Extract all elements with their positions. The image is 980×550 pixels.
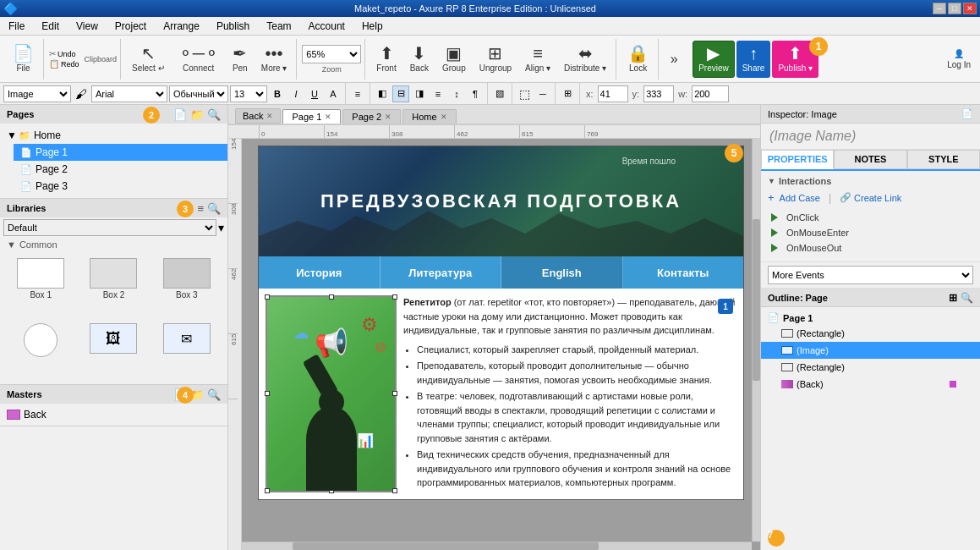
tree-item-page3[interactable]: 📄 Page 3 [14, 178, 227, 195]
widget-circle[interactable] [7, 323, 74, 377]
tree-item-page2[interactable]: 📄 Page 2 [14, 161, 227, 178]
widget-box2[interactable]: Box 2 [79, 258, 147, 318]
tab-page2[interactable]: Page 2 ✕ [342, 109, 401, 124]
menu-edit[interactable]: Edit [36, 19, 64, 34]
scrollbar-h[interactable] [242, 542, 752, 550]
lib-search-icon[interactable]: 🔍 [207, 202, 221, 215]
font-size-select[interactable]: 13 [230, 85, 267, 102]
fill-button[interactable]: ▧ [491, 85, 508, 102]
outline-image[interactable]: (Image) [761, 342, 980, 359]
preview-button[interactable]: ▶ Preview [693, 41, 735, 78]
menu-help[interactable]: Help [357, 19, 388, 34]
font-style-select[interactable]: Обычный [169, 85, 228, 102]
border-button[interactable]: ⬚ [516, 85, 533, 102]
outline-rectangle1[interactable]: (Rectangle) [761, 325, 980, 342]
more-button[interactable]: ••• More ▾ [255, 41, 293, 78]
event-onmouseenter[interactable]: OnMouseEnter [768, 226, 973, 239]
tab-notes[interactable]: NOTES [834, 150, 906, 169]
outline-rectangle2[interactable]: (Rectangle) [761, 359, 980, 376]
align-center-button[interactable]: ⊟ [392, 85, 409, 102]
common-group[interactable]: ▼ Common [0, 238, 227, 251]
element-type-select[interactable]: Image [3, 85, 71, 102]
pen-button[interactable]: ✒ Pen [227, 41, 254, 78]
paragraph-button[interactable]: ¶ [467, 85, 484, 102]
scrollbar-v[interactable] [752, 139, 760, 542]
inspector-page-icon[interactable]: 📄 [961, 108, 973, 119]
x-input[interactable] [598, 85, 628, 102]
share-button[interactable]: ↑ Share [736, 41, 771, 78]
minimize-button[interactable]: ─ [933, 3, 946, 14]
lib-down-icon[interactable]: ▾ [218, 221, 224, 234]
event-onmouseout[interactable]: OnMouseOut [768, 241, 973, 255]
event-onclick[interactable]: OnClick [768, 211, 973, 224]
back-button[interactable]: ⬇ Back [404, 41, 435, 78]
tab-home[interactable]: Home ✕ [402, 109, 456, 124]
front-button[interactable]: ⬆ Front [370, 41, 402, 78]
more-events-select[interactable]: More Events [768, 266, 973, 284]
canvas-scroll[interactable]: 5 Время пошло ПРЕДВУЗОВСКАЯ ПОДГ [242, 139, 760, 550]
tab-page1-close[interactable]: ✕ [325, 113, 331, 121]
tab-home-close[interactable]: ✕ [441, 113, 447, 121]
w-input[interactable] [692, 85, 729, 102]
folder-arrow-icon[interactable]: ▼ [7, 129, 17, 141]
align-right-button[interactable]: ◨ [411, 85, 428, 102]
maximize-button[interactable]: □ [948, 3, 961, 14]
bold-button[interactable]: B [269, 85, 286, 102]
menu-view[interactable]: View [71, 19, 103, 34]
tab-page2-close[interactable]: ✕ [385, 113, 391, 121]
ungroup-button[interactable]: ⊞ Ungroup [474, 41, 517, 78]
italic-button[interactable]: I [287, 85, 304, 102]
tree-item-home[interactable]: ▼ 📁 Home [0, 127, 227, 144]
border-style-button[interactable]: ─ [534, 85, 551, 102]
create-link-button[interactable]: 🔗 Create Link [840, 192, 901, 203]
align-left-button[interactable]: ◧ [374, 85, 391, 102]
master-back[interactable]: Back [7, 407, 221, 422]
font-color-button[interactable]: A [325, 85, 342, 102]
tab-properties[interactable]: PROPERTIES [761, 150, 834, 169]
widget-box3[interactable]: Box 3 [153, 258, 221, 318]
outline-back[interactable]: (Back) [761, 376, 980, 393]
lib-menu-icon[interactable]: ≡ [197, 202, 204, 215]
nav-item-english[interactable]: English [501, 256, 623, 289]
pages-folder-icon[interactable]: 📁 [190, 108, 204, 121]
distribute-button[interactable]: ⬌ Distribute ▾ [558, 41, 612, 78]
menu-team[interactable]: Team [261, 19, 296, 34]
back-tab-button[interactable]: Back ✕ [235, 108, 281, 124]
widget-image[interactable]: 🖼 [79, 323, 147, 377]
content-image[interactable]: ⚙ ⚙ ☁ 📊 📢 [266, 295, 397, 492]
nav-item-history[interactable]: История [259, 256, 381, 289]
outline-filter-icon[interactable]: ⊞ [949, 292, 957, 304]
outline-search-icon[interactable]: 🔍 [961, 292, 973, 304]
expand-button[interactable]: » [660, 41, 687, 78]
connect-button[interactable]: ⚬─⚬ Connect [172, 41, 225, 78]
lock-button[interactable]: 🔒 Lock [621, 41, 654, 78]
nav-item-contacts[interactable]: Контакты [623, 256, 744, 289]
scroll-thumb-h[interactable] [293, 542, 599, 550]
tab-page1[interactable]: Page 1 ✕ [282, 109, 341, 124]
new-file-button[interactable]: 📄 File [7, 41, 40, 78]
widget-email[interactable]: ✉ [153, 323, 221, 377]
masters-search-icon[interactable]: 🔍 [207, 388, 221, 401]
menu-project[interactable]: Project [110, 19, 151, 34]
menu-arrange[interactable]: Arrange [158, 19, 205, 34]
image-name[interactable]: (Image Name) [761, 124, 980, 150]
menu-file[interactable]: File [3, 19, 30, 34]
tab-style[interactable]: STYLE [907, 150, 980, 169]
menu-publish[interactable]: Publish [211, 19, 255, 34]
underline-button[interactable]: U [306, 85, 323, 102]
back-close-icon[interactable]: ✕ [266, 112, 273, 120]
style-button[interactable]: 🖌 [73, 85, 90, 102]
justify-button[interactable]: ≡ [430, 85, 446, 102]
font-family-select[interactable]: Arial [91, 85, 167, 102]
nav-item-literature[interactable]: Литература [381, 256, 502, 289]
group-button[interactable]: ▣ Group [436, 41, 472, 78]
grid-button[interactable]: ⊞ [559, 85, 576, 102]
pages-search-icon[interactable]: 🔍 [207, 108, 221, 121]
login-button[interactable]: 👤 Log In [941, 41, 977, 78]
menu-account[interactable]: Account [304, 19, 350, 34]
select-button[interactable]: ↖ Select ↵ [126, 41, 171, 78]
line-height-button[interactable]: ↕ [448, 85, 465, 102]
scroll-thumb-v[interactable] [753, 219, 760, 380]
library-select[interactable]: Default [3, 219, 216, 236]
y-input[interactable] [643, 85, 674, 102]
